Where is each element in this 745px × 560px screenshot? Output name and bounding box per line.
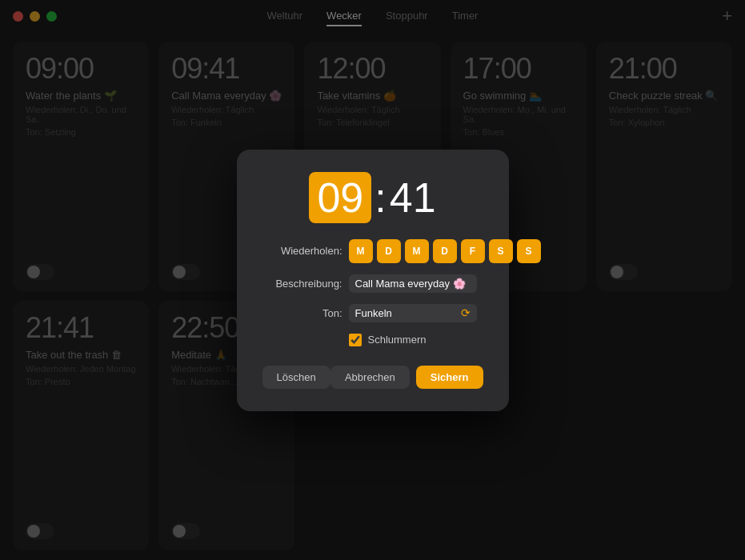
day-btn-mo[interactable]: M (349, 239, 373, 263)
description-input[interactable] (349, 274, 477, 293)
snooze-row: Schlummern (262, 334, 483, 346)
day-btn-di[interactable]: D (377, 239, 401, 263)
sound-select-wrapper: Funkeln Setzling Blues Xylophon Presto T… (349, 304, 477, 322)
day-btn-sa[interactable]: S (489, 239, 513, 263)
description-row: Beschreibung: (262, 274, 483, 293)
day-btn-so[interactable]: S (517, 239, 541, 263)
modal-overlay: 09 : 41 Wiederholen: M D M D F S S (0, 0, 745, 560)
cancel-button[interactable]: Abbrechen (330, 366, 410, 389)
day-btn-do[interactable]: D (433, 239, 457, 263)
repeat-row: Wiederholen: M D M D F S S (262, 239, 483, 263)
clock-colon: : (375, 177, 386, 218)
description-label: Beschreibung: (262, 278, 342, 290)
clock-display: 09 : 41 (309, 172, 435, 223)
repeat-label: Wiederholen: (262, 245, 342, 257)
snooze-label: Schlummern (368, 334, 427, 346)
sound-select[interactable]: Funkeln Setzling Blues Xylophon Presto T… (349, 304, 477, 322)
day-btn-fr[interactable]: F (461, 239, 485, 263)
snooze-checkbox[interactable] (349, 334, 362, 346)
sound-row: Ton: Funkeln Setzling Blues Xylophon Pre… (262, 304, 483, 322)
day-btn-mi[interactable]: M (405, 239, 429, 263)
center-buttons: Abbrechen Sichern (330, 366, 483, 389)
day-buttons: M D M D F S S (349, 239, 541, 263)
clock-hours[interactable]: 09 (309, 172, 371, 223)
delete-button[interactable]: Löschen (262, 366, 330, 389)
clock-minutes[interactable]: 41 (390, 177, 436, 218)
sound-label: Ton: (262, 307, 342, 319)
button-row: Löschen Abbrechen Sichern (262, 366, 483, 389)
save-button[interactable]: Sichern (416, 366, 483, 389)
form-section: Wiederholen: M D M D F S S Beschreibung:… (262, 239, 483, 346)
alarm-edit-modal: 09 : 41 Wiederholen: M D M D F S S (237, 150, 509, 411)
